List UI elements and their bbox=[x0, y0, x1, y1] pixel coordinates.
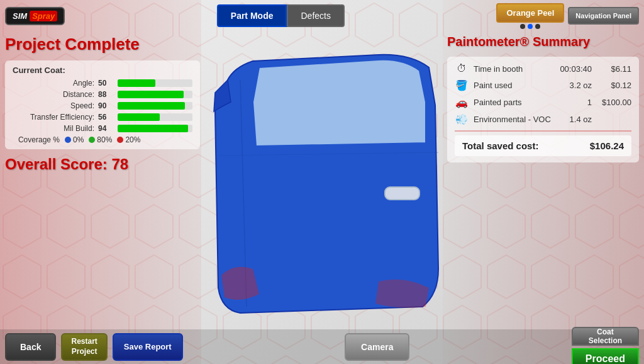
restart-line2: Project bbox=[72, 347, 97, 357]
defects-button[interactable]: Defects bbox=[287, 4, 344, 27]
time-value: 00:03:40 bbox=[557, 64, 592, 74]
total-saved-label: Total saved cost: bbox=[462, 140, 538, 151]
paint-metric-paint: 🪣 Paint used 3.2 oz $0.12 bbox=[455, 79, 631, 91]
coat-line1: Coat bbox=[597, 327, 614, 336]
parts-value: 1 bbox=[557, 98, 592, 107]
time-icon: ⏱ bbox=[455, 63, 469, 74]
orange-peel-button[interactable]: Orange Peel bbox=[496, 3, 564, 23]
coverage-pct-red: 20% bbox=[125, 135, 140, 144]
metric-distance-name: Distance: bbox=[13, 90, 94, 99]
dot-1 bbox=[520, 24, 525, 29]
paint-icon: 🪣 bbox=[455, 79, 469, 91]
metric-angle-fill bbox=[118, 79, 155, 87]
coat-line2: Selection bbox=[589, 336, 622, 345]
paintometer-section: ⏱ Time in booth 00:03:40 $6.11 🪣 Paint u… bbox=[447, 57, 639, 162]
metric-speed: Speed: 90 bbox=[13, 101, 192, 110]
metric-distance-value: 88 bbox=[98, 90, 114, 99]
time-cost: $6.11 bbox=[597, 64, 631, 74]
metric-angle: Angle: 50 bbox=[13, 79, 192, 88]
coverage-pct-green: 80% bbox=[97, 135, 112, 144]
save-report-button[interactable]: Save Report bbox=[113, 333, 183, 361]
paint-metric-parts: 🚗 Painted parts 1 $100.00 bbox=[455, 96, 631, 108]
camera-button[interactable]: Camera bbox=[345, 333, 409, 361]
dot-3 bbox=[535, 24, 540, 29]
paintometer-title: Paintometer® Summary bbox=[447, 35, 639, 49]
coverage-dot-green bbox=[89, 137, 95, 143]
paint-metric-time: ⏱ Time in booth 00:03:40 $6.11 bbox=[455, 63, 631, 74]
metric-mb-fill bbox=[118, 125, 188, 132]
top-right-buttons: Orange Peel Navigation Panel bbox=[496, 3, 639, 29]
current-coat-label: Current Coat: bbox=[13, 65, 192, 75]
time-label: Time in booth bbox=[474, 64, 552, 74]
voc-icon: 💨 bbox=[455, 113, 469, 125]
coverage-green: 80% bbox=[89, 135, 112, 144]
dot-indicator bbox=[520, 24, 540, 29]
logo-sim-text: SIM bbox=[13, 11, 27, 21]
coverage-pct-blue: 0% bbox=[73, 135, 84, 144]
metric-distance-bar bbox=[118, 91, 192, 98]
overall-score: Overall Score: 78 bbox=[5, 156, 200, 173]
metric-distance-fill bbox=[118, 91, 184, 98]
part-mode-button[interactable]: Part Mode bbox=[217, 4, 287, 27]
metric-speed-name: Speed: bbox=[13, 101, 94, 110]
bottom-right-buttons: Coat Selection Proceed bbox=[572, 327, 639, 365]
metric-te-value: 56 bbox=[98, 113, 114, 122]
metric-angle-bar bbox=[118, 79, 192, 87]
metric-mb-name: Mil Build: bbox=[13, 124, 94, 133]
coat-selection-button[interactable]: Coat Selection bbox=[572, 327, 639, 346]
proceed-button[interactable]: Proceed bbox=[572, 348, 639, 365]
logo-spray-text: Spray bbox=[30, 11, 57, 21]
coverage-dot-red bbox=[117, 137, 123, 143]
metric-angle-name: Angle: bbox=[13, 79, 94, 88]
navigation-panel-button[interactable]: Navigation Panel bbox=[568, 7, 639, 25]
coverage-label: Coverage % bbox=[13, 135, 60, 144]
voc-value: 1.4 oz bbox=[557, 115, 592, 124]
left-panel: Project Complete Current Coat: Angle: 50… bbox=[5, 35, 200, 173]
metric-angle-value: 50 bbox=[98, 79, 114, 88]
car-door-area bbox=[170, 28, 474, 326]
car-door-svg bbox=[203, 30, 441, 326]
coverage-dot-blue bbox=[65, 137, 71, 143]
restart-project-button[interactable]: Restart Project bbox=[61, 333, 107, 361]
metric-te-name: Transfer Efficiency: bbox=[13, 113, 94, 122]
project-complete-title: Project Complete bbox=[5, 35, 200, 54]
metric-distance: Distance: 88 bbox=[13, 90, 192, 99]
metric-te-fill bbox=[118, 113, 160, 121]
metric-mil-build: Mil Build: 94 bbox=[13, 124, 192, 133]
parts-label: Painted parts bbox=[474, 98, 552, 107]
bottom-center-buttons: Camera bbox=[345, 333, 409, 361]
total-saved-row: Total saved cost: $106.24 bbox=[455, 135, 631, 156]
parts-icon: 🚗 bbox=[455, 96, 469, 108]
paint-label: Paint used bbox=[474, 81, 552, 90]
metric-mb-bar bbox=[118, 125, 192, 132]
coverage-row: Coverage % 0% 80% 20% bbox=[13, 135, 192, 144]
divider bbox=[455, 130, 631, 132]
restart-line1: Restart bbox=[71, 337, 97, 347]
paint-cost: $0.12 bbox=[597, 81, 631, 90]
parts-cost: $100.00 bbox=[597, 98, 631, 107]
metric-te-bar bbox=[118, 113, 192, 121]
metric-speed-bar bbox=[118, 102, 192, 110]
total-saved-value: $106.24 bbox=[590, 140, 624, 151]
right-panel: Paintometer® Summary ⏱ Time in booth 00:… bbox=[447, 35, 639, 168]
paint-value: 3.2 oz bbox=[557, 81, 592, 90]
svg-rect-2 bbox=[385, 187, 419, 200]
metric-transfer-efficiency: Transfer Efficiency: 56 bbox=[13, 113, 192, 122]
metric-speed-value: 90 bbox=[98, 101, 114, 110]
metric-mb-value: 94 bbox=[98, 124, 114, 133]
bottom-bar: Back Restart Project Save Report Camera … bbox=[0, 329, 644, 364]
current-coat-section: Current Coat: Angle: 50 Distance: 88 Spe… bbox=[5, 60, 200, 149]
metric-speed-fill bbox=[118, 102, 185, 110]
coverage-red: 20% bbox=[117, 135, 140, 144]
top-bar: SIM Spray Part Mode Defects Orange Peel … bbox=[0, 0, 644, 31]
paint-metric-voc: 💨 Environmental - VOC 1.4 oz bbox=[455, 113, 631, 125]
dot-2 bbox=[528, 24, 533, 29]
top-center-buttons: Part Mode Defects bbox=[217, 4, 345, 27]
voc-label: Environmental - VOC bbox=[474, 115, 552, 124]
back-button[interactable]: Back bbox=[5, 333, 56, 361]
coverage-blue: 0% bbox=[65, 135, 84, 144]
bottom-left-buttons: Back Restart Project Save Report bbox=[5, 333, 183, 361]
logo: SIM Spray bbox=[5, 7, 65, 25]
